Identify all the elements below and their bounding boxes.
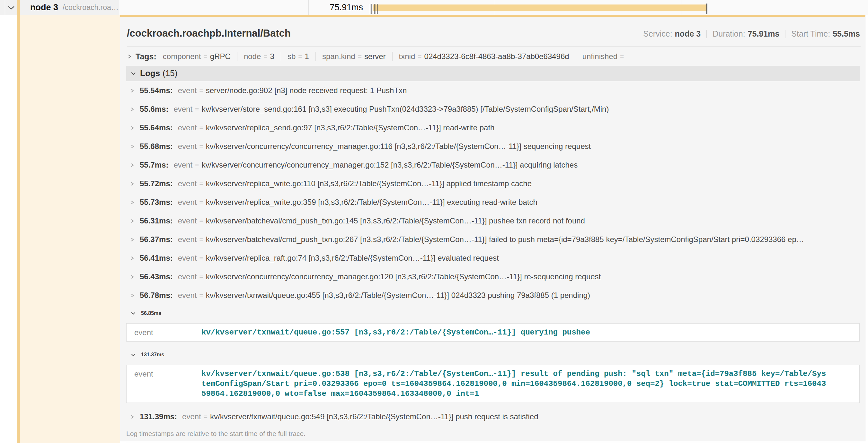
log-entry-toggle[interactable]: 56.85ms bbox=[126, 305, 860, 322]
log-message: kv/kvserver/concurrency/concurrency_mana… bbox=[206, 142, 591, 151]
log-entry[interactable]: 56.43ms: event= kv/kvserver/concurrency/… bbox=[126, 267, 860, 286]
chevron-right-icon[interactable] bbox=[130, 107, 134, 112]
log-entry[interactable]: 55.54ms: event= server/node.go:902 [n3] … bbox=[126, 81, 860, 100]
log-marker-tick-end bbox=[706, 3, 707, 14]
log-timestamp: 56.78ms: bbox=[140, 291, 173, 300]
chevron-right-icon[interactable] bbox=[130, 237, 134, 242]
log-field-key: event bbox=[174, 105, 192, 114]
start-time-value: 55.5ms bbox=[833, 29, 860, 38]
chevron-down-icon[interactable] bbox=[8, 5, 15, 10]
log-message: server/node.go:902 [n3] node received re… bbox=[206, 86, 407, 95]
log-field-value: kv/kvserver/txnwait/queue.go:557 [n3,s3,… bbox=[202, 328, 828, 337]
chevron-right-icon[interactable] bbox=[130, 163, 134, 168]
log-timestamp: 131.39ms: bbox=[140, 412, 177, 421]
span-service-name: node 3 bbox=[30, 3, 58, 12]
chevron-down-icon[interactable] bbox=[130, 311, 136, 315]
logs-title: Logs bbox=[140, 68, 160, 78]
log-field-key: event bbox=[182, 412, 201, 421]
log-timestamp: 56.85ms bbox=[141, 310, 161, 316]
duration-label: Duration: bbox=[713, 29, 745, 38]
tag-item: txnid=024d3323-6c8f-4863-aa8b-37ab0e6349… bbox=[393, 52, 569, 61]
log-timestamp: 55.7ms: bbox=[140, 161, 168, 170]
logs-footer-note: Log timestamps are relative to the start… bbox=[120, 426, 865, 442]
logs-section-toggle[interactable]: Logs (15) bbox=[126, 66, 860, 81]
chevron-right-icon[interactable] bbox=[127, 54, 132, 59]
log-field-key: event bbox=[178, 253, 197, 263]
log-field-value: kv/kvserver/txnwait/queue.go:538 [n3,s3,… bbox=[202, 369, 828, 399]
log-entry[interactable]: 56.37ms: event= kv/kvserver/batcheval/cm… bbox=[126, 230, 860, 249]
log-entry[interactable]: 131.39ms: event= kv/kvserver/txnwait/que… bbox=[126, 407, 860, 426]
chevron-right-icon[interactable] bbox=[130, 218, 134, 224]
log-message: kv/kvserver/store_send.go:161 [n3,s3] ex… bbox=[202, 105, 609, 114]
log-timestamp: 55.54ms: bbox=[140, 86, 173, 95]
log-entry[interactable]: 56.78ms: event= kv/kvserver/txnwait/queu… bbox=[126, 286, 860, 305]
log-field-key: event bbox=[178, 291, 197, 300]
chevron-right-icon[interactable] bbox=[130, 200, 134, 205]
log-timestamp: 55.73ms: bbox=[140, 198, 173, 207]
log-timestamp: 55.6ms: bbox=[140, 105, 168, 114]
log-field-key: event bbox=[178, 142, 197, 151]
log-entry[interactable]: 56.41ms: event= kv/kvserver/replica_raft… bbox=[126, 249, 860, 267]
log-timestamp: 56.37ms: bbox=[140, 235, 173, 244]
chevron-right-icon[interactable] bbox=[130, 293, 134, 298]
tag-item: span.kind=server bbox=[316, 52, 386, 61]
log-field-key: event bbox=[178, 235, 197, 244]
chevron-down-icon[interactable] bbox=[130, 71, 136, 76]
log-entry[interactable]: 55.7ms: event= kv/kvserver/concurrency/c… bbox=[126, 156, 860, 174]
log-detail-box: event kv/kvserver/txnwait/queue.go:538 [… bbox=[126, 365, 860, 403]
log-field-key: event bbox=[127, 369, 202, 379]
chevron-right-icon[interactable] bbox=[130, 88, 134, 94]
log-timestamp: 55.64ms: bbox=[140, 123, 173, 132]
span-detail-header: /cockroach.roachpb.Internal/Batch Servic… bbox=[120, 17, 865, 46]
log-detail-box: event kv/kvserver/txnwait/queue.go:557 [… bbox=[126, 323, 860, 342]
log-message: kv/kvserver/replica_raft.go:74 [n3,s3,r6… bbox=[206, 253, 499, 263]
log-field-key: event bbox=[174, 161, 192, 170]
start-time-label: Start Time: bbox=[791, 29, 830, 38]
tag-item: component=gRPC bbox=[156, 52, 231, 61]
tree-indent-guide bbox=[5, 0, 5, 443]
selected-span-row-highlight[interactable] bbox=[20, 15, 120, 443]
log-message: kv/kvserver/replica_write.go:359 [n3,s3,… bbox=[206, 198, 537, 207]
log-entry[interactable]: 55.68ms: event= kv/kvserver/concurrency/… bbox=[126, 137, 860, 156]
log-entry-expanded: 56.85ms event kv/kvserver/txnwait/queue.… bbox=[126, 305, 860, 342]
tag-item: node=3 bbox=[238, 52, 274, 61]
chevron-right-icon[interactable] bbox=[130, 125, 134, 131]
log-message: kv/kvserver/concurrency/concurrency_mana… bbox=[206, 272, 601, 281]
span-meta: Service:node 3 Duration:75.91ms Start Ti… bbox=[643, 29, 860, 38]
log-field-key: event bbox=[178, 86, 197, 95]
log-timestamp: 56.41ms: bbox=[140, 253, 173, 263]
log-marker-tick bbox=[375, 4, 376, 14]
chevron-down-icon[interactable] bbox=[130, 353, 136, 357]
divider bbox=[706, 30, 707, 38]
log-entry-toggle[interactable]: 131.37ms bbox=[126, 346, 860, 364]
log-entry-expanded: 131.37ms event kv/kvserver/txnwait/queue… bbox=[126, 346, 860, 403]
log-entry[interactable]: 55.6ms: event= kv/kvserver/store_send.go… bbox=[126, 100, 860, 118]
log-field-key: event bbox=[178, 198, 197, 207]
timeline-header-row: 75.91ms node 3 /cockroach.roach… bbox=[0, 0, 868, 15]
log-timestamp: 56.43ms: bbox=[140, 272, 173, 281]
chevron-right-icon[interactable] bbox=[130, 274, 134, 280]
log-field-key: event bbox=[178, 272, 197, 281]
divider bbox=[126, 442, 860, 442]
log-message: kv/kvserver/batcheval/cmd_push_txn.go:14… bbox=[206, 216, 585, 225]
chevron-right-icon[interactable] bbox=[130, 144, 134, 149]
log-marker-tick bbox=[374, 4, 375, 14]
chevron-right-icon[interactable] bbox=[130, 181, 134, 186]
log-timestamp: 131.37ms bbox=[141, 352, 164, 357]
log-marker-tick bbox=[377, 4, 378, 14]
log-field-key: event bbox=[127, 328, 202, 337]
log-entry[interactable]: 55.72ms: event= kv/kvserver/replica_writ… bbox=[126, 174, 860, 193]
log-marker-tick bbox=[371, 4, 372, 14]
chevron-right-icon[interactable] bbox=[130, 414, 134, 419]
tag-item: sb=1 bbox=[281, 52, 309, 61]
log-entry[interactable]: 55.64ms: event= kv/kvserver/replica_send… bbox=[126, 118, 860, 137]
log-entry[interactable]: 56.31ms: event= kv/kvserver/batcheval/cm… bbox=[126, 211, 860, 230]
log-entry[interactable]: 55.73ms: event= kv/kvserver/replica_writ… bbox=[126, 193, 860, 211]
log-message: kv/kvserver/txnwait/queue.go:455 [n3,s3,… bbox=[206, 291, 590, 300]
tags-section-toggle[interactable]: Tags: component=gRPC node=3 sb=1 span.ki… bbox=[120, 46, 865, 65]
log-message: kv/kvserver/batcheval/cmd_push_txn.go:26… bbox=[206, 235, 804, 244]
log-message: kv/kvserver/replica_send.go:97 [n3,s3,r6… bbox=[206, 123, 495, 132]
log-message: kv/kvserver/replica_write.go:110 [n3,s3,… bbox=[206, 179, 532, 188]
span-duration-bar[interactable] bbox=[373, 4, 707, 11]
chevron-right-icon[interactable] bbox=[130, 255, 134, 261]
